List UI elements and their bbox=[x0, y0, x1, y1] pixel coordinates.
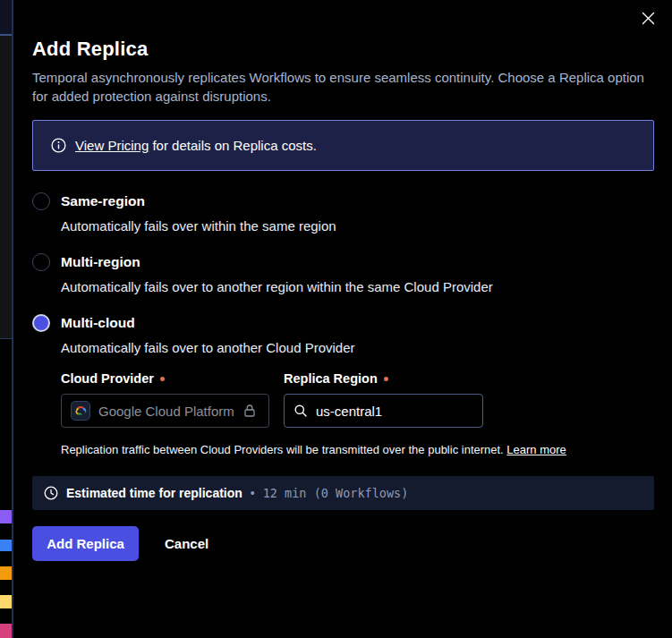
clock-icon bbox=[44, 486, 58, 500]
cloud-provider-value: Google Cloud Platform bbox=[98, 404, 234, 419]
replica-region-label: Replica Region bbox=[284, 371, 378, 386]
background-panel-border bbox=[0, 338, 12, 339]
option-multi-region: Multi-region Automatically fails over to… bbox=[32, 253, 654, 294]
estimate-separator: • bbox=[251, 486, 255, 500]
option-same-region: Same-region Automatically fails over wit… bbox=[32, 192, 654, 234]
pricing-banner-text: View Pricing for details on Replica cost… bbox=[75, 138, 317, 153]
option-multi-cloud: Multi-cloud Automatically fails over to … bbox=[32, 314, 654, 456]
background-swatch-blue bbox=[0, 540, 12, 551]
cloud-provider-label: Cloud Provider bbox=[61, 371, 154, 386]
note-text: Replication traffic between Cloud Provid… bbox=[61, 443, 506, 456]
close-icon bbox=[642, 12, 655, 25]
close-button[interactable] bbox=[638, 8, 658, 28]
info-icon bbox=[51, 138, 66, 153]
multi-cloud-radio-row[interactable]: Multi-cloud bbox=[32, 314, 654, 332]
multi-region-radio-row[interactable]: Multi-region bbox=[32, 253, 654, 271]
public-internet-note: Replication traffic between Cloud Provid… bbox=[61, 443, 654, 456]
replica-region-label-row: Replica Region bbox=[284, 371, 483, 386]
modal-description: Temporal asynchronously replicates Workf… bbox=[32, 68, 654, 106]
modal-actions: Add Replica Cancel bbox=[32, 526, 654, 561]
multi-cloud-description: Automatically fails over to another Clou… bbox=[61, 340, 654, 355]
add-replica-modal: Add Replica Temporal asynchronously repl… bbox=[13, 0, 672, 638]
replica-region-input[interactable]: us-central1 bbox=[284, 394, 483, 428]
estimate-value: 12 min (0 Workflows) bbox=[263, 486, 409, 500]
estimate-banner: Estimated time for replication • 12 min … bbox=[32, 476, 654, 510]
cloud-provider-select[interactable]: Google Cloud Platform bbox=[61, 394, 269, 428]
gcp-logo-icon bbox=[71, 401, 90, 421]
search-icon bbox=[293, 404, 308, 418]
background-panel bbox=[0, 36, 12, 338]
cancel-button[interactable]: Cancel bbox=[165, 536, 208, 551]
same-region-description: Automatically fails over within the same… bbox=[61, 218, 654, 234]
radio-unselected-icon[interactable] bbox=[32, 253, 50, 271]
replica-option-group: Same-region Automatically fails over wit… bbox=[32, 192, 654, 456]
cloud-provider-label-row: Cloud Provider bbox=[61, 371, 269, 386]
pricing-info-banner: View Pricing for details on Replica cost… bbox=[32, 120, 654, 171]
learn-more-link[interactable]: Learn more bbox=[506, 443, 566, 456]
same-region-radio-row[interactable]: Same-region bbox=[32, 192, 654, 210]
background-swatch-purple bbox=[0, 510, 12, 523]
view-pricing-link[interactable]: View Pricing bbox=[75, 138, 149, 153]
lock-icon bbox=[242, 404, 257, 418]
radio-selected-icon[interactable] bbox=[32, 314, 50, 332]
background-page-strip bbox=[0, 0, 12, 638]
required-dot-icon bbox=[160, 377, 165, 381]
background-swatch-orange bbox=[0, 566, 12, 580]
radio-unselected-icon[interactable] bbox=[32, 192, 50, 210]
required-dot-icon bbox=[384, 377, 388, 381]
background-swatch-yellow bbox=[0, 595, 12, 608]
add-replica-button[interactable]: Add Replica bbox=[32, 526, 139, 561]
estimate-label: Estimated time for replication bbox=[66, 486, 242, 500]
same-region-label: Same-region bbox=[61, 193, 145, 209]
multi-region-label: Multi-region bbox=[61, 254, 140, 270]
background-swatch-pink bbox=[0, 624, 12, 638]
multi-region-description: Automatically fails over to another regi… bbox=[61, 279, 654, 294]
replica-region-field: Replica Region us-central1 bbox=[284, 371, 483, 428]
multi-cloud-subform: Cloud Provider bbox=[61, 371, 654, 456]
multi-cloud-label: Multi-cloud bbox=[61, 315, 135, 331]
page-title: Add Replica bbox=[32, 38, 654, 61]
replica-region-value: us-central1 bbox=[316, 404, 382, 419]
pricing-banner-suffix: for details on Replica costs. bbox=[149, 138, 317, 153]
cloud-provider-field: Cloud Provider bbox=[61, 371, 269, 428]
background-topbar bbox=[0, 0, 12, 34]
